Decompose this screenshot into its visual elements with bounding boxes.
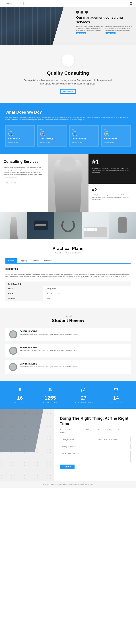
hero-col1-text: Helping your eye on the ball while perfo…: [76, 26, 104, 31]
right-thing-content: Doing The Right Thing, At The Right Time…: [54, 409, 136, 481]
header: ☰: [0, 0, 136, 7]
plans-tabs: Details Shipping Reviews Questions: [6, 258, 130, 264]
card-4-num: 04: [104, 128, 128, 130]
hero-building-lines: [0, 7, 75, 45]
card-2-link[interactable]: LEARN MORE: [40, 142, 50, 143]
review-2-content: SAMPLE HEADLINE Sample text. Click to se…: [20, 346, 78, 352]
card-2-icon: 🎯: [42, 132, 44, 135]
card-3-title: Team Building: [72, 137, 96, 140]
tab-shipping[interactable]: Shipping: [17, 258, 29, 263]
tab-questions[interactable]: Questions: [42, 258, 55, 263]
consulting-read-more[interactable]: READ MORE: [4, 181, 18, 185]
quality-read-more[interactable]: READ MORE: [60, 89, 76, 94]
search-icon: [20, 2, 22, 4]
strip-3: [54, 212, 82, 239]
tab-details[interactable]: Details: [6, 258, 17, 263]
card-4-title: Premium plan: [104, 137, 128, 140]
strip-2: [27, 212, 54, 239]
card-1-circle: 📞: [8, 131, 14, 136]
stats-grid: 16 SPECIALISTS 1255 HAPPY CLIENTS 27 SUC…: [6, 386, 130, 403]
twitter-icon[interactable]: t: [80, 11, 83, 14]
form-row-1: [60, 437, 130, 442]
table-row-model: MODEL TBK.216.11.116.01: [6, 291, 130, 296]
model-label: MODEL: [6, 291, 43, 296]
consulting-title: Consulting Services: [4, 159, 44, 164]
hero-col2-text: Helping your eye on the ball while perfo…: [105, 26, 133, 31]
read-more-btn-1[interactable]: READ MORE: [76, 32, 86, 34]
consulting-person-img: [48, 154, 88, 212]
what-cards: 01 📞 Call Service LEARN MORE 02 🎯 Your S…: [6, 125, 130, 146]
description-label: DESCRIPTION: [6, 268, 18, 271]
menu-icon[interactable]: ☰: [129, 2, 132, 6]
instagram-icon[interactable]: in: [85, 11, 88, 14]
stat-1-number: 16: [14, 395, 26, 401]
what-title: What Does We Do?: [6, 110, 130, 115]
stats-section: 16 SPECIALISTS 1255 HAPPY CLIENTS 27 SUC…: [0, 381, 136, 409]
stat-3-number: 27: [75, 395, 93, 401]
read-more-btn-2[interactable]: READ MORE: [105, 32, 115, 34]
name-input[interactable]: [60, 437, 94, 442]
description-text: Sample text. Click to select the text bo…: [6, 273, 130, 278]
gender-value: Ladies: [43, 296, 130, 301]
review-card-3: SAMPLE HEADLINE Sample text. Click to se…: [6, 360, 130, 374]
review-1-text: Sample text. Click to select the text bo…: [20, 333, 78, 336]
email-input[interactable]: [96, 437, 130, 442]
avatar-1: [9, 330, 17, 338]
strip-5: [109, 212, 136, 239]
people-icon: [47, 386, 54, 394]
rank1-number: #1: [92, 158, 132, 166]
footer-note: Sample text. Click to select the text bo…: [6, 484, 130, 485]
photo-strip: [0, 212, 136, 239]
stat-2-number: 1255: [43, 395, 57, 401]
consulting-left: Consulting Services We bring deep, funct…: [0, 154, 48, 212]
facebook-icon[interactable]: f: [76, 11, 79, 14]
card-3-icon: 👥: [73, 132, 76, 135]
right-thing-text: Sample text. Click to select the text bo…: [60, 429, 130, 434]
review-3-headline: SAMPLE HEADLINE: [20, 363, 78, 365]
hero-section: f t in Our management consulting service…: [0, 7, 136, 45]
review-card-2: SAMPLE HEADLINE Sample text. Click to se…: [6, 344, 130, 358]
card-3-num: 03: [72, 128, 96, 130]
footer: Sample text. Click to select the text bo…: [0, 481, 136, 488]
stat-cases: 27 SUCCESSFUL CASES: [75, 386, 93, 403]
review-1-content: SAMPLE HEADLINE Sample text. Click to se…: [20, 330, 78, 336]
plans-section: Practical Plans Duis aute irure dolor in…: [0, 239, 136, 308]
stat-1-label: SPECIALISTS: [14, 402, 26, 403]
search-bar[interactable]: [4, 2, 24, 5]
card-4-link[interactable]: LEARN MORE: [104, 142, 114, 143]
search-input[interactable]: [5, 2, 20, 4]
testimonials-title: Student Review: [6, 318, 130, 323]
tab-reviews[interactable]: Reviews: [29, 258, 42, 263]
card-1-num: 01: [8, 128, 32, 130]
consulting-text: We bring deep, functional expertise, but…: [4, 166, 44, 178]
what-card-4: 04 ⭐ Premium plan LEARN MORE: [101, 125, 130, 146]
information-label: INFORMATION: [6, 282, 130, 286]
avatar-2: [9, 346, 17, 355]
what-text: Ut porttitor leo a diam sollicitudin. Tu…: [6, 116, 130, 121]
card-3-link[interactable]: LEARN MORE: [72, 142, 82, 143]
card-2-num: 02: [40, 128, 64, 130]
right-thing-section: Doing The Right Thing, At The Right Time…: [0, 409, 136, 481]
consulting-rank1: #1 Vel fringilla est ullamcorper eget nu…: [88, 154, 136, 184]
briefcase-icon: [80, 386, 87, 394]
stat-2-label: HAPPY CLIENTS: [43, 402, 57, 403]
svg-point-4: [50, 388, 52, 390]
info-table: BRAND Jewelry Brand MODEL TBK.216.11.116…: [6, 286, 130, 301]
card-2-title: Your Strategy: [40, 137, 64, 140]
address-input[interactable]: [60, 444, 130, 449]
submit-button[interactable]: SUBMIT: [60, 464, 75, 469]
card-4-circle: ⭐: [104, 131, 109, 136]
strip-1: [0, 212, 27, 239]
message-input[interactable]: [60, 451, 130, 462]
stat-4-label: SPECIALISTS: [110, 402, 122, 403]
right-thing-title: Doing The Right Thing, At The Right Time: [60, 416, 130, 426]
card-1-icon: 📞: [10, 132, 12, 135]
review-1-headline: SAMPLE HEADLINE: [20, 330, 78, 332]
stat-3-label: SUCCESSFUL CASES: [75, 402, 93, 403]
stat-happy-clients: 1255 HAPPY CLIENTS: [43, 386, 57, 403]
testimonials-label: testimonials: [6, 315, 130, 317]
social-icons: f t in: [76, 11, 133, 14]
svg-point-0: [20, 3, 21, 4]
card-1-link[interactable]: LEARN MORE: [8, 142, 18, 143]
table-row-gender: GENDER Ladies: [6, 296, 130, 301]
